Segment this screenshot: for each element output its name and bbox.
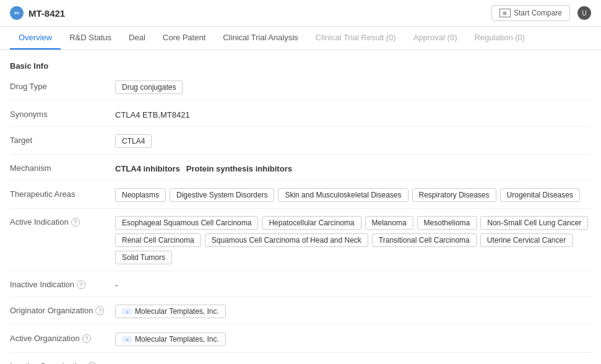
active-indication-value: Esophageal Squamous Cell Carcinoma Hepat…: [115, 215, 591, 264]
target-value: CTLA4: [115, 133, 591, 148]
inactive-org-value: -: [115, 359, 591, 364]
inactive-org-row: Inactive Organization ? -: [10, 353, 591, 364]
inactive-indication-help-icon[interactable]: ?: [77, 280, 85, 289]
tab-clinical-trial-analysis[interactable]: Clinical Trial Analysis: [214, 27, 306, 50]
synonyms-value: CTLA4 ETB,MT8421: [115, 107, 591, 119]
active-org-label: Active Organization ?: [10, 331, 115, 343]
originator-org-help-icon[interactable]: ?: [95, 306, 104, 315]
inactive-indication-label: Inactive Indication ?: [10, 277, 115, 289]
originator-org-item[interactable]: ≋ Molecular Templates, Inc.: [115, 305, 226, 318]
mechanism-label: Mechanism: [10, 161, 115, 173]
tab-approval: Approval (0): [405, 27, 466, 50]
therapeutic-areas-row: Therapeutic Areas Neoplasms Digestive Sy…: [10, 181, 591, 209]
tab-deal[interactable]: Deal: [120, 27, 154, 50]
drug-type-row: Drug Type Drug conjugates: [10, 73, 591, 101]
tag-esophageal: Esophageal Squamous Cell Carcinoma: [115, 216, 258, 230]
inactive-indication-dash: -: [115, 279, 118, 290]
page-title: MT-8421: [28, 8, 65, 19]
tag-digestive: Digestive System Disorders: [170, 188, 274, 202]
tag-urogenital: Urogenital Diseases: [500, 188, 580, 202]
tag-ctla4: CTLA4: [115, 134, 152, 148]
mechanism-text-1: CTLA4 inhibitors: [115, 162, 180, 173]
tabs-bar: Overview R&D Status Deal Core Patent Cli…: [0, 27, 601, 50]
active-org-name: Molecular Templates, Inc.: [135, 335, 219, 344]
therapeutic-areas-value: Neoplasms Digestive System Disorders Ski…: [115, 187, 591, 202]
target-label: Target: [10, 133, 115, 145]
tag-respiratory: Respiratory Diseases: [412, 188, 496, 202]
tag-drug-conjugates: Drug conjugates: [115, 80, 183, 94]
tag-renal: Renal Cell Carcinoma: [115, 233, 201, 247]
drug-type-value: Drug conjugates: [115, 79, 591, 94]
inactive-indication-value: -: [115, 277, 591, 290]
header: ✏ MT-8421 ⊞ Start Compare U: [0, 0, 601, 27]
active-org-row: Active Organization ? ≋ Molecular Templa…: [10, 325, 591, 353]
originator-org-name: Molecular Templates, Inc.: [135, 307, 219, 316]
mechanism-row: Mechanism CTLA4 inhibitors Protein synth…: [10, 155, 591, 181]
header-left: ✏ MT-8421: [10, 6, 65, 20]
tag-solid-tumors: Solid Tumors: [115, 251, 172, 264]
synonyms-row: Synonyms CTLA4 ETB,MT8421: [10, 101, 591, 127]
tab-rd-status[interactable]: R&D Status: [61, 27, 120, 50]
synonyms-label: Synonyms: [10, 107, 115, 119]
mechanism-value: CTLA4 inhibitors Protein synthesis inhib…: [115, 161, 591, 173]
target-row: Target CTLA4: [10, 127, 591, 155]
tab-regulation: Regulation (0): [465, 27, 534, 50]
user-icon[interactable]: U: [577, 6, 591, 20]
inactive-org-dash: -: [115, 360, 118, 364]
tag-squamous-head-neck: Squamous Cell Carcinoma of Head and Neck: [205, 233, 368, 247]
tag-melanoma: Melanoma: [365, 216, 413, 230]
active-indication-row: Active Indication ? Esophageal Squamous …: [10, 209, 591, 271]
tag-neoplasms: Neoplasms: [115, 188, 166, 202]
tag-nsclc: Non-Small Cell Lung Cancer: [480, 216, 588, 230]
inactive-org-help-icon[interactable]: ?: [88, 362, 97, 365]
originator-org-value: ≋ Molecular Templates, Inc.: [115, 303, 591, 318]
synonyms-text: CTLA4 ETB,MT8421: [115, 108, 190, 119]
active-org-logo-icon: ≋: [122, 336, 132, 342]
active-indication-help-icon[interactable]: ?: [71, 218, 80, 227]
drug-type-label: Drug Type: [10, 79, 115, 91]
tab-clinical-trial-result: Clinical Trial Result (0): [307, 27, 405, 50]
inactive-indication-row: Inactive Indication ? -: [10, 271, 591, 297]
org-logo-icon: ≋: [122, 308, 132, 314]
tag-skin-musculoskeletal: Skin and Musculoskeletal Diseases: [278, 188, 408, 202]
active-org-help-icon[interactable]: ?: [82, 334, 91, 343]
active-org-value: ≋ Molecular Templates, Inc.: [115, 331, 591, 346]
therapeutic-areas-label: Therapeutic Areas: [10, 187, 115, 199]
compare-icon: ⊞: [499, 9, 511, 17]
active-indication-label: Active Indication ?: [10, 215, 115, 227]
tag-transitional: Transitional Cell Carcinoma: [372, 233, 477, 247]
tab-core-patent[interactable]: Core Patent: [154, 27, 214, 50]
originator-org-label: Originator Organization ?: [10, 303, 115, 315]
content-area: Basic Info Drug Type Drug conjugates Syn…: [0, 50, 601, 364]
originator-org-row: Originator Organization ? ≋ Molecular Te…: [10, 297, 591, 325]
edit-icon: ✏: [10, 6, 24, 20]
header-right: ⊞ Start Compare U: [491, 5, 591, 21]
basic-info-header: Basic Info: [10, 56, 591, 73]
tab-overview[interactable]: Overview: [10, 27, 61, 50]
mechanism-text-2: Protein synthesis inhibitors: [186, 162, 292, 173]
tag-uterine-cervical: Uterine Cervical Cancer: [480, 233, 573, 247]
start-compare-button[interactable]: ⊞ Start Compare: [491, 5, 570, 21]
tag-hepatocellular: Hepatocellular Carcinoma: [262, 216, 361, 230]
tag-mesothelioma: Mesothelioma: [417, 216, 477, 230]
active-org-item[interactable]: ≋ Molecular Templates, Inc.: [115, 332, 226, 346]
inactive-org-label: Inactive Organization ?: [10, 359, 115, 364]
